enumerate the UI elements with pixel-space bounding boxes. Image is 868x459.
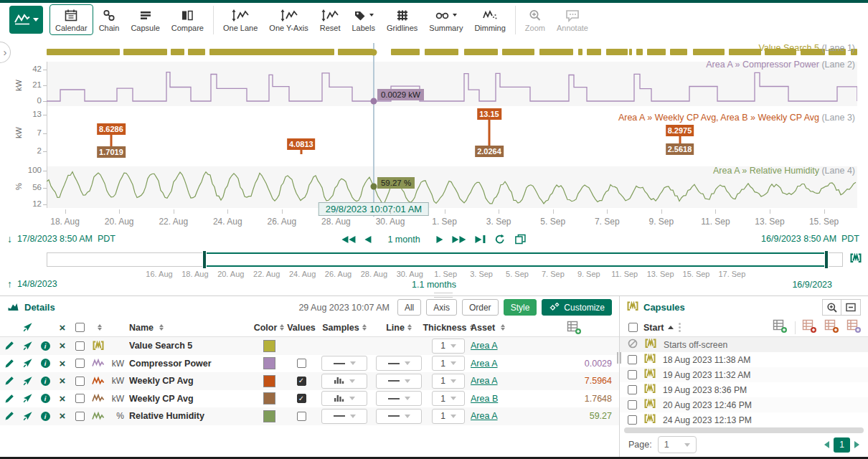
capsule-bar[interactable] <box>188 49 206 55</box>
samples-dropdown[interactable] <box>321 374 367 389</box>
horizontal-scrollbar[interactable] <box>624 427 864 433</box>
capsules-select-all-checkbox[interactable] <box>628 323 638 332</box>
capsule-bar[interactable] <box>502 49 534 55</box>
collapse-panel-icon[interactable] <box>841 299 861 316</box>
thickness-dropdown[interactable]: 1 <box>432 356 465 371</box>
start-column-header[interactable]: Start <box>643 323 681 333</box>
edit-pencil-icon[interactable] <box>0 359 19 369</box>
next-page-button[interactable] <box>854 441 859 448</box>
sort-icon[interactable] <box>362 324 367 331</box>
capsule-bar[interactable] <box>47 49 120 55</box>
line-dropdown[interactable] <box>376 391 422 406</box>
customize-button[interactable]: Customize <box>542 299 612 316</box>
values-checkbox[interactable]: ✓ <box>297 377 306 386</box>
capsule-checkbox[interactable] <box>628 400 637 410</box>
info-icon[interactable]: i <box>41 359 50 368</box>
range-start-datetime[interactable]: 17/8/2023 8:50 AM PDT <box>17 234 115 244</box>
toolbar-compare[interactable]: Compare <box>166 4 209 35</box>
capsule-checkbox[interactable] <box>628 370 637 379</box>
sort-icon[interactable] <box>98 324 102 331</box>
capsule-bar[interactable] <box>693 49 725 55</box>
edit-pencil-icon[interactable] <box>0 411 19 421</box>
asset-link[interactable]: Area B <box>471 394 498 404</box>
capsule-bar[interactable] <box>123 49 167 55</box>
info-icon[interactable]: i <box>41 394 50 403</box>
capsule-row[interactable]: 19 Aug 2023 8:36 PM <box>620 382 868 397</box>
capsule-bar[interactable] <box>606 49 628 55</box>
order-button[interactable]: Order <box>462 299 499 316</box>
values-checkbox[interactable] <box>297 412 306 421</box>
skip-to-end-button[interactable] <box>476 235 486 243</box>
thickness-dropdown[interactable]: 1 <box>432 374 465 389</box>
thickness-dropdown[interactable]: 1 <box>432 409 465 424</box>
toolbar-summary[interactable]: Summary <box>423 4 468 35</box>
toolbar-zoom[interactable]: Zoom <box>519 4 551 35</box>
samples-dropdown[interactable] <box>321 409 367 424</box>
color-swatch[interactable] <box>263 340 275 352</box>
column-menu-icon[interactable] <box>679 323 681 332</box>
sort-icon[interactable] <box>501 324 505 331</box>
line-dropdown[interactable] <box>376 374 422 389</box>
capsule-bar[interactable] <box>629 49 631 55</box>
capsule-bar[interactable] <box>425 49 458 55</box>
samples-dropdown[interactable] <box>321 356 367 371</box>
previous-page-button[interactable] <box>824 441 829 448</box>
capsule-bar[interactable] <box>647 49 666 55</box>
thickness-dropdown[interactable]: 1 <box>432 339 465 354</box>
capsule-bar[interactable] <box>587 49 601 55</box>
thickness-dropdown[interactable]: 1 <box>432 391 465 406</box>
capsule-checkbox[interactable] <box>628 415 637 425</box>
capsule-checkbox[interactable] <box>628 385 637 394</box>
step-forward-button[interactable] <box>437 236 443 243</box>
refresh-icon[interactable] <box>495 234 506 245</box>
capsule-time-icon[interactable] <box>850 253 862 265</box>
asset-link[interactable]: Area A <box>471 359 498 369</box>
toolbar-calendar[interactable]: Calendar <box>49 4 93 35</box>
range-duration-label[interactable]: 1 month <box>387 235 420 245</box>
edit-pencil-icon[interactable] <box>0 341 19 351</box>
values-checkbox[interactable]: ✓ <box>297 394 306 403</box>
edit-pencil-icon[interactable] <box>0 394 19 404</box>
color-swatch[interactable] <box>263 392 275 404</box>
toolbar-chain[interactable]: Chain <box>93 4 126 35</box>
capsule-bar[interactable] <box>209 49 334 55</box>
capsule-bar[interactable] <box>729 49 760 55</box>
edit-pencil-icon[interactable] <box>0 376 19 386</box>
trend-view-button[interactable] <box>9 6 43 34</box>
expand-sidebar-button[interactable]: › <box>0 42 11 63</box>
rocket-icon[interactable] <box>19 411 36 422</box>
capsule-row[interactable]: 18 Aug 2023 11:38 AM <box>620 352 868 367</box>
toolbar-annotate[interactable]: Annotate <box>551 4 594 35</box>
remove-all-icon[interactable]: × <box>55 323 70 332</box>
capsule-row[interactable]: 24 Aug 2023 12:13 PM <box>620 412 868 426</box>
capsule-bar[interactable] <box>636 49 643 55</box>
row-checkbox[interactable] <box>75 377 85 386</box>
add-signal-column-icon[interactable] <box>846 319 862 336</box>
toolbar-dimming[interactable]: Dimming <box>468 4 511 35</box>
slider-selected-range[interactable] <box>204 252 829 267</box>
rocket-icon[interactable] <box>19 358 36 369</box>
add-signal-column-icon[interactable] <box>824 319 840 336</box>
remove-icon[interactable]: × <box>55 412 70 420</box>
style-button[interactable]: Style <box>504 299 537 316</box>
all-button[interactable]: All <box>397 299 421 316</box>
remove-icon[interactable]: × <box>55 394 70 403</box>
asset-link[interactable]: Area A <box>471 411 498 421</box>
capsule-row[interactable]: 20 Aug 2023 12:46 PM <box>620 397 868 412</box>
add-signal-column-icon[interactable] <box>802 319 818 336</box>
capsule-bar[interactable] <box>338 49 374 55</box>
capsule-bar[interactable] <box>171 49 184 55</box>
values-checkbox[interactable] <box>297 359 306 368</box>
samples-dropdown[interactable] <box>321 391 367 406</box>
capsule-bar[interactable] <box>391 49 420 55</box>
toolbar-reset[interactable]: Reset <box>314 4 346 35</box>
remove-icon[interactable]: × <box>55 377 70 385</box>
panel-resize-handle-vertical[interactable] <box>617 352 621 364</box>
investigate-duration[interactable]: 1.1 months <box>412 280 456 290</box>
color-swatch[interactable] <box>263 357 275 369</box>
info-icon[interactable]: i <box>41 412 50 421</box>
copy-range-icon[interactable] <box>515 234 527 245</box>
row-checkbox[interactable] <box>75 341 85 351</box>
sort-icon[interactable] <box>280 324 284 331</box>
capsule-row[interactable]: 19 Aug 2023 11:32 AM <box>620 367 868 382</box>
